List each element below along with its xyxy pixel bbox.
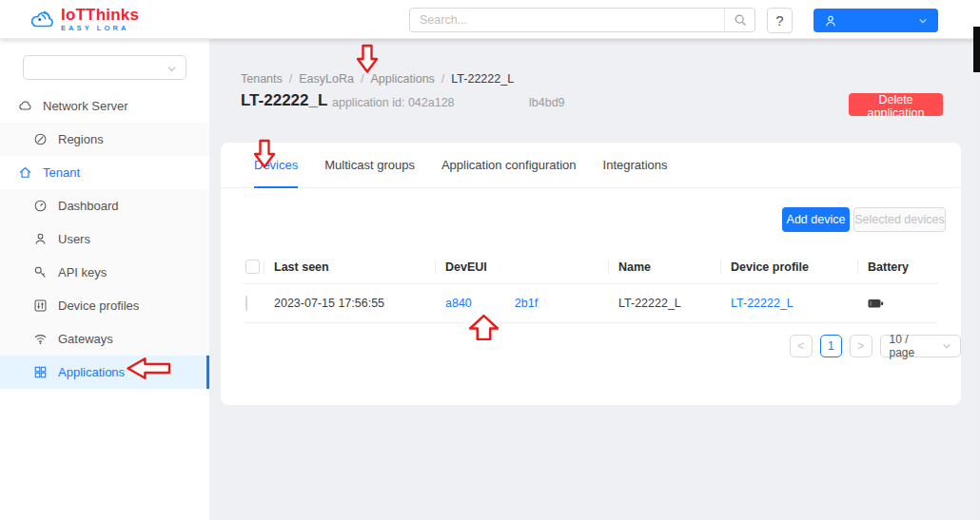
select-all-checkbox[interactable] xyxy=(245,260,260,274)
deveui-link-prefix[interactable]: a840 xyxy=(445,297,472,310)
home-icon xyxy=(18,165,32,180)
sidebar-item-dashboard[interactable]: Dashboard xyxy=(0,189,209,222)
sidebar-item-network-server[interactable]: Network Server xyxy=(0,89,209,123)
sidebar-item-label: Network Server xyxy=(43,99,128,113)
sidebar-item-label: Regions xyxy=(58,132,104,146)
compass-icon xyxy=(33,132,48,146)
deveui-link-suffix[interactable]: 2b1f xyxy=(515,297,538,310)
sidebar-menu: Network Server Regions Tenant Dashboard … xyxy=(0,89,209,389)
application-card: Devices Multicast groups Application con… xyxy=(221,143,961,405)
cell-battery xyxy=(868,299,938,309)
sidebar-item-device-profiles[interactable]: Device profiles xyxy=(0,289,209,322)
cell-last-seen: 2023-07-15 17:56:55 xyxy=(274,297,445,310)
scrollbar-thumb[interactable] xyxy=(973,27,980,72)
cloud-signal-logo-icon xyxy=(29,6,57,32)
brand-name: IoTThinks xyxy=(61,7,139,24)
tab-multicast-groups[interactable]: Multicast groups xyxy=(324,143,415,187)
sidebar: Network Server Regions Tenant Dashboard … xyxy=(0,39,209,520)
column-last-seen: Last seen xyxy=(274,250,445,283)
tenant-select[interactable] xyxy=(23,55,186,80)
sidebar-item-label: Tenant xyxy=(43,165,80,180)
sidebar-item-regions[interactable]: Regions xyxy=(0,123,209,156)
column-device-profile: Device profile xyxy=(731,250,868,283)
sidebar-item-applications[interactable]: Applications xyxy=(0,356,209,389)
tab-bar: Devices Multicast groups Application con… xyxy=(221,143,961,188)
scrollbar-track xyxy=(973,39,980,520)
sidebar-item-users[interactable]: Users xyxy=(0,222,209,256)
sidebar-item-gateways[interactable]: Gateways xyxy=(0,322,209,356)
breadcrumb: Tenants / EasyLoRa / Applications / LT-2… xyxy=(241,72,514,86)
sidebar-item-label: Applications xyxy=(58,365,125,379)
cloud-icon xyxy=(18,99,32,113)
breadcrumb-item-applications[interactable]: Applications xyxy=(370,72,434,86)
breadcrumb-item-current: LT-22222_L xyxy=(451,72,514,86)
user-icon xyxy=(33,232,48,246)
chevron-down-icon xyxy=(167,64,177,74)
device-profile-link[interactable]: LT-22222_L xyxy=(731,297,794,310)
cell-name: LT-22222_L xyxy=(618,297,731,310)
breadcrumb-separator: / xyxy=(441,72,444,86)
control-icon xyxy=(33,299,48,313)
search-input[interactable] xyxy=(410,9,724,31)
page-size-select[interactable]: 10 / page xyxy=(880,335,962,357)
table-header: Last seen DevEUI Name Device profile Bat… xyxy=(244,250,938,284)
brand-text: IoTThinks EASY LORA xyxy=(61,7,139,32)
dashboard-icon xyxy=(33,199,48,213)
brand-subtitle: EASY LORA xyxy=(61,24,139,32)
application-id-suffix: lb4bd9 xyxy=(529,96,565,109)
breadcrumb-separator: / xyxy=(289,72,292,86)
application-id: application id: 042a128 xyxy=(332,96,455,109)
user-icon xyxy=(824,14,837,28)
sidebar-item-api-keys[interactable]: API keys xyxy=(0,256,209,289)
app-logo[interactable]: IoTThinks EASY LORA xyxy=(29,6,139,32)
key-icon xyxy=(33,265,48,279)
top-header: IoTThinks EASY LORA ? xyxy=(0,0,980,39)
appstore-icon xyxy=(33,365,48,379)
global-search xyxy=(409,8,755,32)
chevron-down-icon xyxy=(942,341,951,351)
search-icon[interactable] xyxy=(724,9,755,31)
sidebar-item-label: Users xyxy=(58,232,90,246)
cell-device-profile: LT-22222_L xyxy=(731,297,868,310)
table-row: 2023-07-15 17:56:55 a840 2b1f LT-22222_L… xyxy=(244,284,938,323)
row-checkbox[interactable] xyxy=(245,296,247,311)
sidebar-item-tenant[interactable]: Tenant xyxy=(0,156,209,189)
next-page-button[interactable]: > xyxy=(850,335,872,357)
delete-application-button[interactable]: Delete application xyxy=(849,93,943,116)
column-name: Name xyxy=(618,250,731,283)
sidebar-item-label: Gateways xyxy=(58,332,113,346)
sidebar-item-label: Device profiles xyxy=(58,299,139,313)
page-1-button[interactable]: 1 xyxy=(820,335,843,357)
page-title: LT-22222_L xyxy=(241,91,327,110)
annotation-arrow-down-breadcrumb-applications xyxy=(357,44,378,74)
selected-devices-button[interactable]: Selected devices xyxy=(853,207,946,232)
add-device-button[interactable]: Add device xyxy=(782,207,850,232)
tab-integrations[interactable]: Integrations xyxy=(603,143,668,187)
pagination: < 1 > 10 / page xyxy=(790,335,961,357)
help-button[interactable]: ? xyxy=(767,8,793,33)
breadcrumb-item-easylora[interactable]: EasyLoRa xyxy=(299,72,354,86)
chevron-down-icon xyxy=(918,16,928,26)
cell-deveui: a840 2b1f xyxy=(445,297,618,310)
breadcrumb-item-tenants[interactable]: Tenants xyxy=(241,72,283,86)
tab-devices[interactable]: Devices xyxy=(254,143,298,187)
sidebar-item-label: Dashboard xyxy=(58,199,119,213)
column-deveui: DevEUI xyxy=(445,250,618,283)
battery-full-icon xyxy=(868,299,938,309)
wifi-icon xyxy=(33,332,48,346)
breadcrumb-separator: / xyxy=(361,72,363,86)
page-size-value: 10 / page xyxy=(890,333,936,359)
user-menu-button[interactable] xyxy=(813,9,938,32)
column-battery: Battery xyxy=(868,250,938,283)
prev-page-button[interactable]: < xyxy=(790,335,813,357)
sidebar-item-label: API keys xyxy=(58,265,107,279)
tab-application-configuration[interactable]: Application configuration xyxy=(441,143,577,187)
